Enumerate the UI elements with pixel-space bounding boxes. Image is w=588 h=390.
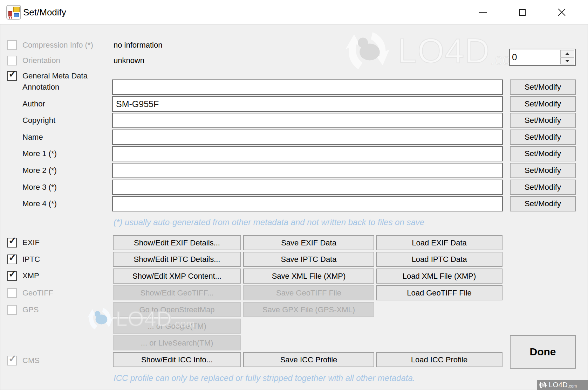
more-2-input[interactable] [112, 163, 503, 178]
save-xml-file-xmp-button[interactable]: Save XML File (XMP) [243, 269, 374, 284]
minimize-icon [479, 12, 487, 13]
set-modify-button-name[interactable]: Set/Modify [510, 130, 576, 145]
xmp-checkbox[interactable]: ✓ [7, 271, 17, 281]
number-spinner [509, 49, 576, 66]
author-input[interactable] [112, 96, 503, 112]
badge-suffix: .com [568, 384, 577, 389]
save-gpx-file-button: Save GPX File (GPS-XML) [243, 302, 374, 317]
set-modify-button-annotation[interactable]: Set/Modify [510, 79, 576, 95]
set-modify-dialog: Set/Modify LO4D .com Compression Info (*… [0, 0, 588, 390]
lo4d-dove-icon [539, 381, 547, 389]
iptc-checkbox[interactable]: ✓ [7, 255, 17, 264]
app-icon-yellow-square [13, 7, 20, 12]
auto-generated-note: (*) usually auto-generated from other me… [114, 217, 424, 227]
more-1-input[interactable] [112, 146, 503, 161]
window-title: Set/Modify [23, 0, 66, 25]
spinner-up-button[interactable] [560, 50, 574, 57]
copyright-label: Copyright [22, 113, 110, 128]
watermark-brand: LO4D [398, 30, 490, 71]
compression-info-value: no information [114, 40, 162, 50]
annotation-label: Annotation [22, 79, 110, 95]
spinner-down-icon [565, 60, 569, 62]
more-1-label: More 1 (*) [22, 146, 110, 161]
compression-info-label: Compression Info (*) [22, 40, 93, 50]
cms-label: CMS [22, 356, 40, 365]
save-exif-data-button[interactable]: Save EXIF Data [243, 235, 374, 250]
xmp-label: XMP [22, 271, 39, 281]
set-modify-button-author[interactable]: Set/Modify [510, 96, 576, 112]
more-2-label: More 2 (*) [22, 163, 110, 178]
load-geotiff-file-button[interactable]: Load GeoTIFF File [376, 285, 502, 300]
minimize-button[interactable] [470, 0, 495, 25]
set-modify-button-more-1[interactable]: Set/Modify [510, 146, 576, 161]
go-to-openstreetmap-button: Go to OpenStreetMap [113, 302, 241, 317]
app-icon-dot [11, 17, 12, 19]
orientation-label: Orientation [22, 56, 60, 65]
app-icon-dot [9, 17, 10, 19]
name-label: Name [22, 130, 110, 145]
annotation-input[interactable] [112, 79, 503, 95]
author-label: Author [22, 96, 110, 112]
or-livesearch-button: ... or LiveSearch(TM) [113, 335, 241, 350]
spinner-buttons [560, 50, 574, 64]
load-icc-profile-button[interactable]: Load ICC Profile [376, 352, 502, 367]
load-xml-file-xmp-button[interactable]: Load XML File (XMP) [376, 269, 502, 284]
geotiff-checkbox [7, 288, 17, 298]
save-geotiff-file-button: Save GeoTIFF File [243, 285, 374, 300]
load-iptc-data-button[interactable]: Load IPTC Data [376, 252, 502, 267]
done-button[interactable]: Done [510, 335, 576, 369]
maximize-button[interactable] [510, 0, 534, 25]
title-bar[interactable]: Set/Modify [0, 0, 588, 25]
more-3-label: More 3 (*) [22, 180, 110, 195]
check-icon: ✓ [8, 253, 16, 263]
or-google-button: ... or Google(TM) [113, 319, 241, 334]
iptc-label: IPTC [22, 255, 40, 264]
close-icon [557, 8, 566, 17]
maximize-icon [519, 9, 526, 16]
more-3-input[interactable] [112, 180, 503, 195]
check-icon: ✓ [8, 236, 16, 246]
lo4d-dove-icon [340, 30, 398, 72]
lo4d-dove-icon [86, 307, 116, 331]
save-iptc-data-button[interactable]: Save IPTC Data [243, 252, 374, 267]
set-modify-button-more-4[interactable]: Set/Modify [510, 196, 576, 211]
spinner-input[interactable] [510, 49, 560, 65]
app-icon-blue-square [14, 13, 19, 17]
geotiff-label: GeoTIFF [22, 288, 53, 298]
general-meta-data-checkbox[interactable]: ✓ [7, 71, 17, 81]
compression-info-checkbox [7, 40, 17, 50]
show-edit-iptc-details-button[interactable]: Show/Edit IPTC Details... [113, 252, 241, 267]
set-modify-button-copyright[interactable]: Set/Modify [510, 113, 576, 128]
close-button[interactable] [549, 0, 574, 25]
cms-checkbox: ✓ [7, 356, 17, 365]
orientation-value: unknown [114, 56, 144, 65]
copyright-input[interactable] [112, 113, 503, 128]
app-icon [6, 5, 21, 20]
gps-checkbox [7, 305, 17, 315]
more-4-label: More 4 (*) [22, 196, 110, 211]
check-icon: ✓ [8, 69, 16, 79]
set-modify-button-more-3[interactable]: Set/Modify [510, 180, 576, 195]
set-modify-button-more-2[interactable]: Set/Modify [510, 163, 576, 178]
name-input[interactable] [112, 130, 503, 145]
more-4-input[interactable] [112, 196, 503, 211]
spinner-up-icon [565, 53, 569, 55]
icc-note: ICC profile can only be replaced or full… [114, 373, 415, 383]
spinner-down-button[interactable] [560, 57, 574, 64]
show-edit-xmp-content-button[interactable]: Show/Edit XMP Content... [113, 269, 241, 284]
gps-label: GPS [22, 305, 39, 315]
check-icon: ✓ [8, 354, 16, 364]
check-icon: ✓ [8, 269, 16, 279]
badge-brand: LO4D [549, 381, 568, 389]
exif-label: EXIF [22, 238, 40, 248]
show-edit-exif-details-button[interactable]: Show/Edit EXIF Details... [113, 235, 241, 250]
app-icon-red-square [8, 11, 12, 16]
watermark-top-right: LO4D .com [340, 30, 524, 72]
show-edit-icc-info-button[interactable]: Show/Edit ICC Info... [113, 352, 241, 367]
lo4d-badge: LO4D .com [537, 380, 588, 390]
show-edit-geotiff-button: Show/Edit GeoTIFF... [113, 285, 241, 300]
load-exif-data-button[interactable]: Load EXIF Data [376, 235, 502, 250]
save-icc-profile-button[interactable]: Save ICC Profile [243, 352, 374, 367]
orientation-checkbox [7, 56, 17, 65]
exif-checkbox[interactable]: ✓ [7, 238, 17, 248]
